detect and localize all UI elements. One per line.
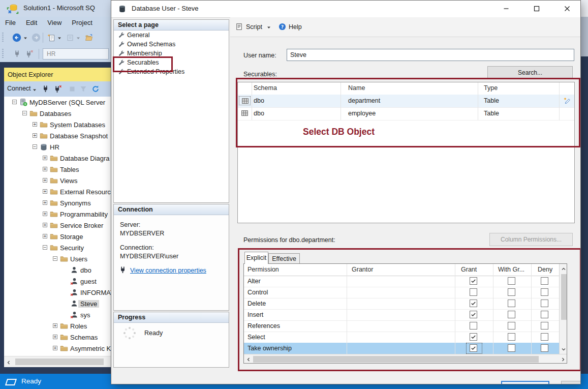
help-icon[interactable]: ? — [278, 23, 286, 31]
scrollbar-thumb[interactable] — [15, 358, 104, 365]
connect-plug-icon[interactable] — [42, 85, 50, 93]
filter-icon[interactable] — [79, 85, 87, 93]
script-caret-icon[interactable] — [267, 25, 271, 29]
tab-explicit[interactable]: Explicit — [244, 252, 268, 264]
database-combo[interactable]: HR — [43, 48, 109, 59]
ok-button[interactable] — [501, 381, 549, 384]
new-project-caret-icon[interactable] — [76, 36, 80, 40]
row-selector-cell[interactable] — [239, 109, 251, 118]
expander-plus-icon[interactable]: + — [43, 234, 47, 238]
checkbox-take-ownership-with-grant[interactable] — [508, 344, 515, 352]
disconnect-plug-icon[interactable] — [54, 85, 62, 93]
connect-caret-icon[interactable] — [33, 88, 37, 92]
tree-item-databases[interactable]: −Databases — [4, 108, 111, 119]
tree-item-sys[interactable]: sys — [4, 309, 111, 320]
tree-item-steve[interactable]: Steve — [4, 298, 111, 309]
maximize-button[interactable] — [525, 1, 548, 17]
object-explorer-hscrollbar[interactable] — [4, 356, 111, 367]
expander-plus-icon[interactable]: + — [43, 200, 47, 205]
column-header-grantor[interactable]: Grantor — [352, 266, 373, 273]
checkbox-alter-deny[interactable] — [541, 277, 548, 285]
column-header-schema[interactable]: Schema — [254, 84, 277, 92]
menu-edit[interactable]: Edit — [21, 17, 42, 28]
connect-button[interactable]: Connect — [7, 85, 31, 92]
tree-item-database-snapshot[interactable]: +Database Snapshot — [4, 130, 111, 141]
column-header-with-gr[interactable]: With Gr... — [498, 266, 524, 273]
tree-item-hr[interactable]: −HR — [4, 141, 111, 153]
checkbox-alter-with-grant[interactable] — [508, 277, 515, 285]
checkbox-references-with-grant[interactable] — [508, 322, 515, 330]
column-header-permission[interactable]: Permission — [247, 266, 279, 273]
checkbox-control-deny[interactable] — [541, 288, 548, 296]
expander-plus-icon[interactable]: + — [43, 189, 47, 194]
expander-plus-icon[interactable]: + — [43, 178, 47, 183]
back-caret-icon[interactable] — [23, 36, 27, 40]
back-icon[interactable] — [12, 33, 21, 42]
permission-row-take-ownership[interactable]: Take ownership — [244, 343, 559, 354]
tree-item-tables[interactable]: +Tables — [4, 164, 111, 175]
scroll-up-icon[interactable] — [561, 266, 566, 271]
securable-row-dbo-employee[interactable]: dboemployeeTable — [238, 107, 574, 121]
column-header-type[interactable]: Type — [484, 84, 498, 92]
page-item-membership[interactable]: Membership — [114, 49, 229, 58]
tab-effective[interactable]: Effective — [268, 253, 300, 264]
permissions-hscrollbar[interactable] — [244, 354, 567, 364]
page-item-general[interactable]: General — [114, 31, 229, 40]
scrollbar-thumb[interactable] — [561, 274, 567, 320]
new-project-icon[interactable] — [66, 34, 74, 42]
refresh-icon[interactable] — [91, 85, 100, 93]
scrollbar-thumb[interactable] — [253, 356, 539, 363]
expander-plus-icon[interactable]: + — [53, 346, 57, 350]
expander-minus-icon[interactable]: − — [43, 245, 47, 250]
expander-plus-icon[interactable]: + — [53, 335, 57, 339]
expander-minus-icon[interactable]: − — [12, 100, 17, 104]
new-query-caret-icon[interactable] — [57, 36, 61, 40]
tree-item-programmability[interactable]: +Programmability — [4, 208, 111, 220]
scroll-left-icon[interactable] — [6, 360, 11, 365]
disconnect-plug-icon[interactable] — [25, 50, 34, 58]
checkbox-delete-deny[interactable] — [541, 300, 548, 307]
column-header-grant[interactable]: Grant — [461, 266, 477, 273]
checkbox-delete-grant[interactable] — [470, 300, 477, 307]
checkbox-select-with-grant[interactable] — [508, 333, 515, 341]
expander-minus-icon[interactable]: − — [53, 256, 57, 261]
tree-item-system-databases[interactable]: +System Databases — [4, 119, 111, 130]
column-header-name[interactable]: Name — [348, 84, 365, 92]
checkbox-insert-grant[interactable] — [470, 311, 477, 318]
help-button[interactable]: Help — [289, 23, 302, 31]
expander-minus-icon[interactable]: − — [33, 144, 37, 149]
checkbox-control-with-grant[interactable] — [508, 288, 515, 296]
permission-row-insert[interactable]: Insert — [244, 309, 559, 321]
menu-file[interactable]: File — [0, 17, 21, 28]
tree-item-asymmetric-k[interactable]: +Asymmetric K — [4, 343, 111, 354]
tree-item-views[interactable]: +Views — [4, 175, 111, 186]
user-name-input[interactable]: Steve — [287, 49, 574, 61]
tree-item-schemas[interactable]: +Schemas — [4, 332, 111, 343]
checkbox-references-deny[interactable] — [541, 322, 548, 330]
securable-row-dbo-department[interactable]: dbodepartmentTable — [238, 95, 574, 108]
expander-plus-icon[interactable]: + — [43, 156, 47, 160]
expander-plus-icon[interactable]: + — [53, 323, 57, 328]
permissions-vscrollbar[interactable] — [559, 264, 567, 354]
expander-plus-icon[interactable]: + — [33, 133, 37, 138]
checkbox-insert-with-grant[interactable] — [508, 311, 515, 318]
page-item-extended-properties[interactable]: Extended Properties — [114, 67, 229, 76]
view-connection-properties-link[interactable]: View connection properties — [130, 267, 206, 274]
tree-item-dbo[interactable]: dbo — [4, 264, 111, 276]
close-button[interactable] — [556, 1, 578, 17]
expander-minus-icon[interactable]: − — [22, 111, 27, 115]
forward-icon[interactable] — [32, 33, 41, 42]
page-item-securables[interactable]: Securables — [114, 58, 229, 67]
permission-row-alter[interactable]: Alter — [244, 276, 559, 287]
page-item-owned-schemas[interactable]: Owned Schemas — [114, 40, 229, 49]
scroll-left-icon[interactable] — [246, 356, 251, 362]
edit-row-icon[interactable] — [563, 97, 571, 105]
tree-item-security[interactable]: −Security — [4, 242, 111, 253]
expander-plus-icon[interactable]: + — [43, 212, 47, 216]
tree-item-service-broker[interactable]: +Service Broker — [4, 220, 111, 231]
permission-row-delete[interactable]: Delete — [244, 298, 559, 310]
checkbox-select-deny[interactable] — [541, 333, 548, 341]
tree-item-roles[interactable]: +Roles — [4, 320, 111, 332]
checkbox-select-grant[interactable] — [470, 333, 477, 341]
column-header-deny[interactable]: Deny — [538, 266, 552, 273]
